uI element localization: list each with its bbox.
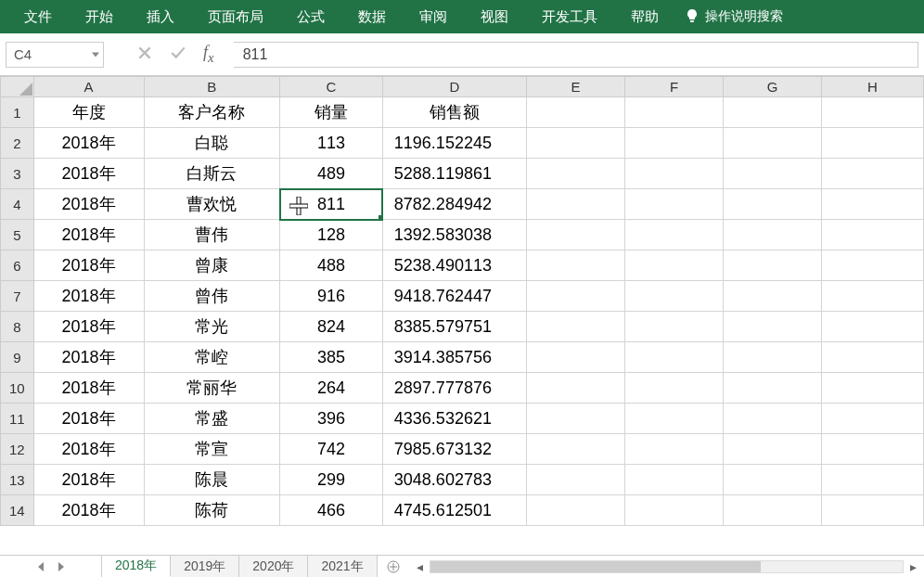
row-header[interactable]: 10 <box>1 373 34 404</box>
cell-E3[interactable] <box>527 159 625 189</box>
cell-B8[interactable]: 常光 <box>144 312 280 342</box>
cell-B2[interactable]: 白聪 <box>144 128 280 159</box>
cell-F6[interactable] <box>625 250 724 281</box>
cell-D8[interactable]: 8385.579751 <box>382 312 526 342</box>
cell-H12[interactable] <box>822 434 924 465</box>
cell-E9[interactable] <box>527 342 625 373</box>
ribbon-tab-devtools[interactable]: 开发工具 <box>525 0 614 33</box>
cell-G9[interactable] <box>724 342 822 373</box>
cell-D13[interactable]: 3048.602783 <box>382 465 526 495</box>
cell-C7[interactable]: 916 <box>280 281 383 312</box>
cell-D14[interactable]: 4745.612501 <box>382 495 526 526</box>
cell-E13[interactable] <box>527 465 625 495</box>
cell-H1[interactable] <box>822 97 924 128</box>
row-header[interactable]: 7 <box>1 281 34 312</box>
cell-A13[interactable]: 2018年 <box>33 465 144 495</box>
cell-D3[interactable]: 5288.119861 <box>382 159 526 189</box>
cell-H13[interactable] <box>822 465 924 495</box>
scroll-right-icon[interactable]: ▸ <box>905 559 920 574</box>
row-header[interactable]: 1 <box>1 97 34 128</box>
cell-H14[interactable] <box>822 495 924 526</box>
cell-C5[interactable]: 128 <box>280 220 383 250</box>
name-box[interactable]: C4 <box>6 42 104 68</box>
cell-A2[interactable]: 2018年 <box>33 128 144 159</box>
cell-E7[interactable] <box>527 281 625 312</box>
horizontal-scrollbar[interactable]: ◂ ▸ <box>409 556 924 577</box>
cell-A7[interactable]: 2018年 <box>33 281 144 312</box>
sheet-tab-2019年[interactable]: 2019年 <box>171 556 239 577</box>
spreadsheet-grid[interactable]: ABCDEFGH1年度客户名称销量销售额22018年白聪1131196.1522… <box>0 76 924 555</box>
row-header[interactable]: 8 <box>1 312 34 342</box>
ribbon-tab-view[interactable]: 视图 <box>464 0 525 33</box>
cell-G11[interactable] <box>724 404 822 434</box>
ribbon-tab-data[interactable]: 数据 <box>341 0 403 33</box>
sheet-nav[interactable] <box>0 556 102 577</box>
cell-F1[interactable] <box>625 97 724 128</box>
cell-D11[interactable]: 4336.532621 <box>382 404 526 434</box>
cell-H4[interactable] <box>822 189 924 220</box>
column-header-H[interactable]: H <box>822 77 924 97</box>
cell-G13[interactable] <box>724 465 822 495</box>
cell-A10[interactable]: 2018年 <box>33 373 144 404</box>
cell-G7[interactable] <box>724 281 822 312</box>
column-header-G[interactable]: G <box>724 77 822 97</box>
cell-E2[interactable] <box>527 128 625 159</box>
cell-A4[interactable]: 2018年 <box>33 189 144 220</box>
cell-F14[interactable] <box>625 495 724 526</box>
ribbon-tab-review[interactable]: 审阅 <box>403 0 464 33</box>
cell-F13[interactable] <box>625 465 724 495</box>
ribbon-tab-formula[interactable]: 公式 <box>280 0 341 33</box>
row-header[interactable]: 13 <box>1 465 34 495</box>
cell-E1[interactable] <box>527 97 625 128</box>
cell-G8[interactable] <box>724 312 822 342</box>
cell-C10[interactable]: 264 <box>280 373 383 404</box>
cell-A12[interactable]: 2018年 <box>33 434 144 465</box>
sheet-tab-2021年[interactable]: 2021年 <box>308 556 377 577</box>
cell-B5[interactable]: 曹伟 <box>144 220 280 250</box>
cell-H3[interactable] <box>822 159 924 189</box>
ribbon-tab-help[interactable]: 帮助 <box>614 0 675 33</box>
cell-C13[interactable]: 299 <box>280 465 383 495</box>
cell-H6[interactable] <box>822 250 924 281</box>
fx-icon[interactable]: fx <box>203 43 214 66</box>
ribbon-tab-layout[interactable]: 页面布局 <box>191 0 280 33</box>
cell-A3[interactable]: 2018年 <box>33 159 144 189</box>
cell-A8[interactable]: 2018年 <box>33 312 144 342</box>
cell-A11[interactable]: 2018年 <box>33 404 144 434</box>
formula-input[interactable]: 811 <box>234 42 918 68</box>
ribbon-tab-home[interactable]: 开始 <box>69 0 130 33</box>
cell-F9[interactable] <box>625 342 724 373</box>
cell-C8[interactable]: 824 <box>280 312 383 342</box>
cell-E8[interactable] <box>527 312 625 342</box>
cell-C14[interactable]: 466 <box>280 495 383 526</box>
cell-D10[interactable]: 2897.777876 <box>382 373 526 404</box>
row-header[interactable]: 12 <box>1 434 34 465</box>
cell-B3[interactable]: 白斯云 <box>144 159 280 189</box>
cell-F11[interactable] <box>625 404 724 434</box>
cell-F7[interactable] <box>625 281 724 312</box>
cell-G5[interactable] <box>724 220 822 250</box>
column-header-D[interactable]: D <box>382 77 526 97</box>
cell-D1[interactable]: 销售额 <box>382 97 526 128</box>
cell-F5[interactable] <box>625 220 724 250</box>
cell-G10[interactable] <box>724 373 822 404</box>
cell-C12[interactable]: 742 <box>280 434 383 465</box>
cell-F2[interactable] <box>625 128 724 159</box>
cell-G4[interactable] <box>724 189 822 220</box>
row-header[interactable]: 9 <box>1 342 34 373</box>
cell-B6[interactable]: 曾康 <box>144 250 280 281</box>
cell-H9[interactable] <box>822 342 924 373</box>
cell-A5[interactable]: 2018年 <box>33 220 144 250</box>
cell-C1[interactable]: 销量 <box>280 97 383 128</box>
column-header-C[interactable]: C <box>280 77 383 97</box>
row-header[interactable]: 3 <box>1 159 34 189</box>
cell-D7[interactable]: 9418.762447 <box>382 281 526 312</box>
cell-A6[interactable]: 2018年 <box>33 250 144 281</box>
row-header[interactable]: 4 <box>1 189 34 220</box>
cell-D2[interactable]: 1196.152245 <box>382 128 526 159</box>
row-header[interactable]: 5 <box>1 220 34 250</box>
cell-A14[interactable]: 2018年 <box>33 495 144 526</box>
cell-C11[interactable]: 396 <box>280 404 383 434</box>
cell-E12[interactable] <box>527 434 625 465</box>
cell-G1[interactable] <box>724 97 822 128</box>
